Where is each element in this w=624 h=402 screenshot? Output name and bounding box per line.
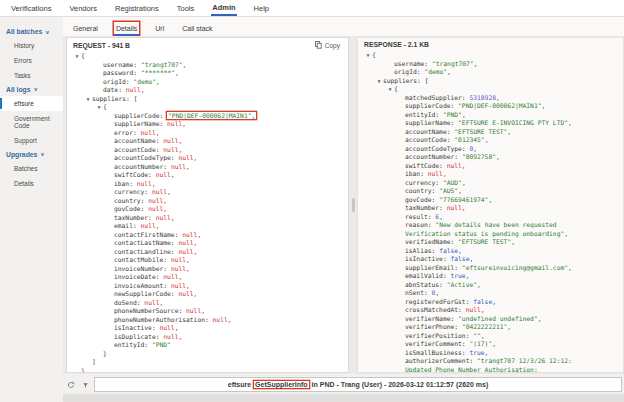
- refresh-button[interactable]: [66, 379, 76, 389]
- json-line: accountCode: "012345",: [358, 136, 623, 145]
- expand-arrow-icon[interactable]: ▼: [73, 52, 81, 61]
- json-value: null,: [171, 256, 190, 263]
- splitter-handle[interactable]: [352, 198, 355, 212]
- json-line: govCode: null,: [67, 205, 348, 214]
- tab-call-stack[interactable]: Call stack: [180, 22, 214, 36]
- json-key: swiftCode:: [405, 162, 447, 169]
- bottom-strip: [63, 394, 624, 402]
- expand-arrow-icon[interactable]: ▼: [84, 95, 92, 104]
- menu-item-registrations[interactable]: Registrations: [114, 2, 160, 15]
- response-title: RESPONSE - 2.1 KB: [364, 41, 429, 48]
- json-value: 0,: [469, 145, 477, 152]
- menu-item-help[interactable]: Help: [253, 2, 270, 15]
- expand-arrow-icon[interactable]: ▼: [364, 51, 372, 60]
- nav-group-all-batches[interactable]: All batches∨: [0, 25, 63, 38]
- json-line: origId: "demo",: [67, 78, 348, 87]
- json-line: contactMobile: null,: [67, 256, 348, 265]
- json-value: "EFTSURE TEST",: [458, 238, 515, 245]
- sidebar-item-batches[interactable]: Batches: [0, 161, 63, 176]
- json-key: invoiceDate:: [114, 273, 163, 280]
- tab-details[interactable]: Details: [114, 22, 139, 36]
- json-value: "Active",: [447, 281, 481, 288]
- json-line: ]: [67, 358, 348, 367]
- nav-group-upgrades[interactable]: Upgrades∨: [0, 148, 63, 161]
- menu-item-verifications[interactable]: Verifications: [10, 2, 52, 15]
- json-line: result: 6,: [358, 213, 623, 222]
- menu-item-admin[interactable]: Admin: [211, 1, 236, 16]
- filter-button[interactable]: [80, 379, 90, 389]
- request-response-panels: REQUEST - 941 B Copy ▼{username: "tra: [63, 36, 624, 374]
- json-line: swiftCode: null,: [67, 171, 348, 180]
- request-title: REQUEST - 941 B: [73, 42, 130, 49]
- chevron-down-icon: ∨: [40, 152, 44, 158]
- json-key: accountCode:: [114, 146, 163, 153]
- json-line: ▼suppliers: [: [358, 77, 623, 86]
- json-key: authorizerComment:: [405, 357, 477, 364]
- copy-icon: [315, 41, 322, 49]
- json-line: verifierPosition: "",: [358, 332, 623, 341]
- json-value: "0422222211",: [462, 323, 511, 330]
- json-value: "trangt707 12/3/26 12:12:: [477, 357, 572, 364]
- json-key: date:: [103, 86, 126, 93]
- json-line: abnStatus: "Active",: [358, 281, 623, 290]
- json-value: "(17)",: [469, 340, 496, 347]
- json-line: swiftCode: null,: [358, 162, 623, 171]
- sidebar-item-errors[interactable]: Errors: [0, 53, 63, 68]
- json-line: Updated Phone Number Authorisation:: [358, 366, 623, 373]
- sidebar-item-history[interactable]: History: [0, 38, 63, 53]
- json-value: null,: [178, 248, 197, 255]
- json-line: username: "trangt707",: [358, 60, 623, 69]
- json-line: supplierName: "EFTSURE E-INVOICING PTY L…: [358, 119, 623, 128]
- expand-arrow-icon[interactable]: ▼: [386, 85, 394, 94]
- sidebar-item-details[interactable]: Details: [0, 176, 63, 191]
- json-key: country:: [114, 197, 148, 204]
- json-line: password: "*******",: [67, 69, 348, 78]
- copy-button[interactable]: Copy: [315, 41, 340, 49]
- json-key: invoiceAmount:: [114, 282, 171, 289]
- json-value: null,: [466, 306, 485, 313]
- tab-url[interactable]: Url: [153, 22, 166, 36]
- status-suffix: in PND - Trang (User) - 2026-03-12 01:12…: [312, 381, 489, 388]
- json-key: registeredForGst:: [405, 298, 473, 305]
- json-value: {: [372, 51, 376, 58]
- json-key: phoneNumberAuthorisation:: [114, 316, 213, 323]
- selected-indicator: [0, 98, 2, 109]
- json-key: verifierComment:: [405, 340, 469, 347]
- sidebar-item-government-code[interactable]: Government Code: [0, 111, 63, 133]
- json-value: null,: [186, 307, 205, 314]
- json-line: ▼{: [67, 52, 348, 61]
- json-line: country: null,: [67, 197, 348, 206]
- nav-group-all-logs[interactable]: All logs∨: [0, 83, 63, 96]
- json-value: "PND": [152, 341, 171, 348]
- sidebar-item-support[interactable]: Support: [0, 133, 63, 148]
- json-value: true,: [469, 349, 488, 356]
- json-value: Verification status is pending onboardin…: [405, 230, 568, 237]
- menu-item-tools[interactable]: Tools: [176, 2, 196, 15]
- json-line: accountNumber: null,: [67, 163, 348, 172]
- json-line: supplierName: null,: [67, 120, 348, 129]
- json-key: invoiceNumber:: [114, 265, 171, 272]
- sidebar-item-tasks[interactable]: Tasks: [0, 68, 63, 83]
- json-line: emailValid: true,: [358, 272, 623, 281]
- sidebar-item-eftsure[interactable]: eftsure: [0, 96, 63, 111]
- json-value: null,: [428, 170, 447, 177]
- json-line: verifiedName: "EFTSURE TEST",: [358, 238, 623, 247]
- tab-general[interactable]: General: [71, 22, 100, 36]
- response-json: ▼{username: "trangt707",origId: "demo",▼…: [358, 49, 623, 372]
- json-key: contactMobile:: [114, 256, 171, 263]
- json-line: invoiceDate: null,: [67, 273, 348, 282]
- json-value: null,: [148, 205, 167, 212]
- expand-arrow-icon[interactable]: ▼: [95, 103, 103, 112]
- json-line: doSend: null,: [67, 299, 348, 308]
- json-value: false,: [451, 255, 474, 262]
- json-line: isAlias: false,: [358, 247, 623, 256]
- expand-arrow-icon[interactable]: ▼: [375, 77, 383, 86]
- json-value: null,: [156, 214, 175, 221]
- json-key: suppliers:: [92, 95, 134, 102]
- json-line: contactLandline: null,: [67, 248, 348, 257]
- json-line: taxNumber: null,: [358, 204, 623, 213]
- json-line: entityId: "PND",: [358, 111, 623, 120]
- json-value: null,: [447, 204, 466, 211]
- menu-item-vendors[interactable]: Vendors: [68, 2, 98, 15]
- json-value: "77669461974",: [439, 196, 492, 203]
